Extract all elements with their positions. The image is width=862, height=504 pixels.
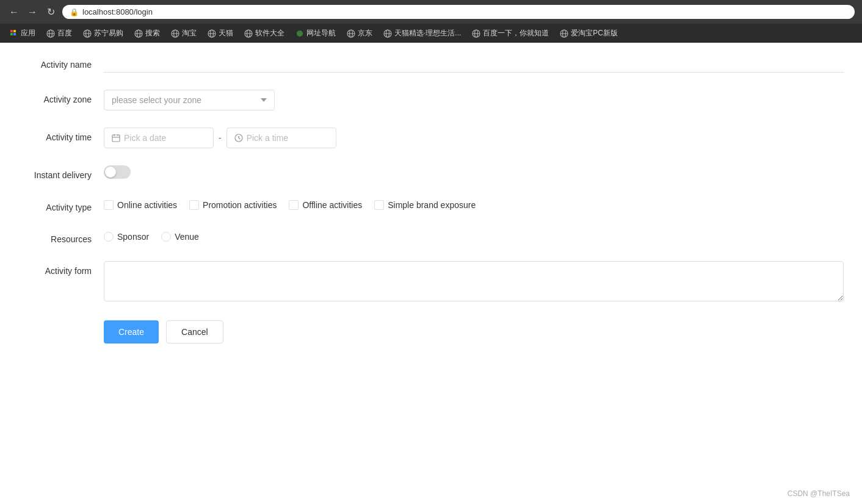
radio-venue[interactable]: Venue <box>161 232 199 242</box>
activity-form-control <box>104 261 844 303</box>
bookmark-baidu[interactable]: 百度 <box>42 26 77 40</box>
activity-type-row: Activity type Online activities Promotio… <box>18 198 844 212</box>
activity-form-row: Activity form <box>18 261 844 303</box>
browser-chrome: ← → ↻ 🔒 localhost:8080/login 应用 百度 苏宁易购 <box>0 0 862 43</box>
radio-sponsor[interactable]: Sponsor <box>104 232 149 242</box>
toggle-knob <box>105 167 116 178</box>
bookmark-taobao[interactable]: 淘宝 <box>166 26 201 40</box>
activity-zone-control: please select your zone Zone 1 Zone 2 <box>104 90 844 110</box>
checkbox-offline-activities[interactable]: Offline activities <box>289 200 362 210</box>
bookmark-apps[interactable]: 应用 <box>5 26 40 40</box>
cancel-button[interactable]: Cancel <box>166 320 223 344</box>
url-text: localhost:8080/login <box>82 7 153 16</box>
bookmark-tmall[interactable]: 天猫 <box>203 26 238 40</box>
leaf-icon <box>295 29 304 38</box>
svg-rect-0 <box>10 30 13 32</box>
globe-icon-7 <box>347 29 355 38</box>
bookmark-baidu-label: 百度 <box>57 28 72 38</box>
create-button[interactable]: Create <box>104 320 159 344</box>
radio-label-venue: Venue <box>175 232 199 242</box>
activity-name-row: Activity name <box>18 55 844 73</box>
checkbox-label-offline: Offline activities <box>302 200 362 210</box>
calendar-icon <box>112 134 120 142</box>
bookmark-suning-label: 苏宁易购 <box>94 28 123 38</box>
svg-rect-3 <box>13 33 16 35</box>
radio-label-sponsor: Sponsor <box>117 232 149 242</box>
bookmark-jd-label: 京东 <box>358 28 372 38</box>
activity-time-label: Activity time <box>18 128 104 142</box>
globe-icon-2 <box>83 29 92 38</box>
checkbox-box-online <box>104 200 114 210</box>
activity-form-label: Activity form <box>18 261 104 276</box>
time-picker[interactable]: Pick a time <box>226 128 336 148</box>
grid-icon <box>10 29 18 38</box>
bookmark-aitaobao-label: 爱淘宝PC新版 <box>571 28 618 38</box>
activity-zone-label: Activity zone <box>18 90 104 104</box>
bookmark-taobao-label: 淘宝 <box>182 28 197 38</box>
bookmark-nav-label: 网址导航 <box>306 28 336 38</box>
bookmark-aitaobao[interactable]: 爱淘宝PC新版 <box>555 26 623 40</box>
checkbox-brand-exposure[interactable]: Simple brand exposure <box>374 200 476 210</box>
bookmark-suning[interactable]: 苏宁易购 <box>78 26 128 40</box>
activity-zone-row: Activity zone please select your zone Zo… <box>18 90 844 110</box>
activity-type-checkboxes: Online activities Promotion activities O… <box>104 198 844 210</box>
svg-rect-1 <box>13 30 16 32</box>
globe-icon-1 <box>46 29 55 38</box>
globe-icon-8 <box>383 29 392 38</box>
time-placeholder: Pick a time <box>247 133 288 143</box>
instant-delivery-control <box>104 165 844 181</box>
checkbox-box-promotion <box>189 200 199 210</box>
svg-point-22 <box>297 31 303 37</box>
bookmarks-bar: 应用 百度 苏宁易购 搜索 淘宝 天猫 软件大全 网址导航 <box>0 24 862 43</box>
activity-zone-select[interactable]: please select your zone Zone 1 Zone 2 <box>104 90 275 110</box>
activity-time-control: Pick a date - Pick a time <box>104 128 844 148</box>
checkbox-label-promotion: Promotion activities <box>203 200 277 210</box>
checkbox-online-activities[interactable]: Online activities <box>104 200 177 210</box>
clock-icon <box>234 134 243 142</box>
address-bar[interactable]: 🔒 localhost:8080/login <box>62 5 855 19</box>
resources-control: Sponsor Venue <box>104 229 844 242</box>
checkbox-box-brand <box>374 200 384 210</box>
globe-icon-10 <box>560 29 568 38</box>
bookmark-software-label: 软件大全 <box>255 28 284 38</box>
bookmark-baidu2[interactable]: 百度一下，你就知道 <box>467 26 554 40</box>
browser-nav: ← → ↻ 🔒 localhost:8080/login <box>0 0 862 24</box>
radio-circle-sponsor <box>104 232 114 242</box>
bookmark-software[interactable]: 软件大全 <box>239 26 289 40</box>
bookmark-apps-label: 应用 <box>21 28 35 38</box>
datetime-separator: - <box>214 133 226 143</box>
checkbox-promotion-activities[interactable]: Promotion activities <box>189 200 277 210</box>
checkbox-box-offline <box>289 200 299 210</box>
activity-name-input[interactable] <box>104 55 844 73</box>
page-content: Activity name Activity zone please selec… <box>0 43 862 470</box>
date-placeholder: Pick a date <box>124 133 166 143</box>
resources-radios: Sponsor Venue <box>104 229 844 242</box>
globe-icon-9 <box>472 29 480 38</box>
checkbox-label-brand: Simple brand exposure <box>388 200 476 210</box>
instant-delivery-row: Instant delivery <box>18 165 844 181</box>
checkbox-label-online: Online activities <box>117 200 177 210</box>
back-button[interactable]: ← <box>7 5 21 19</box>
button-row: Create Cancel <box>104 320 844 344</box>
activity-type-control: Online activities Promotion activities O… <box>104 198 844 210</box>
instant-delivery-label: Instant delivery <box>18 165 104 180</box>
reload-button[interactable]: ↻ <box>44 5 57 19</box>
bookmark-nav[interactable]: 网址导航 <box>291 26 341 40</box>
lock-icon: 🔒 <box>70 8 79 16</box>
activity-time-row: Activity time Pick a date - Pick a time <box>18 128 844 148</box>
resources-label: Resources <box>18 229 104 244</box>
svg-rect-2 <box>10 33 13 35</box>
bookmark-tmall2[interactable]: 天猫精选·理想生活... <box>378 26 466 40</box>
bookmark-tmall-label: 天猫 <box>219 28 233 38</box>
bookmark-search[interactable]: 搜索 <box>129 26 165 40</box>
date-picker[interactable]: Pick a date <box>104 128 214 148</box>
instant-delivery-toggle[interactable] <box>104 165 131 179</box>
activity-type-label: Activity type <box>18 198 104 212</box>
datetime-wrapper: Pick a date - Pick a time <box>104 128 844 148</box>
svg-line-41 <box>239 138 241 139</box>
globe-icon-4 <box>171 29 179 38</box>
forward-button[interactable]: → <box>26 5 39 19</box>
bookmark-jd[interactable]: 京东 <box>342 26 377 40</box>
resources-row: Resources Sponsor Venue <box>18 229 844 244</box>
activity-form-textarea[interactable] <box>104 261 844 301</box>
